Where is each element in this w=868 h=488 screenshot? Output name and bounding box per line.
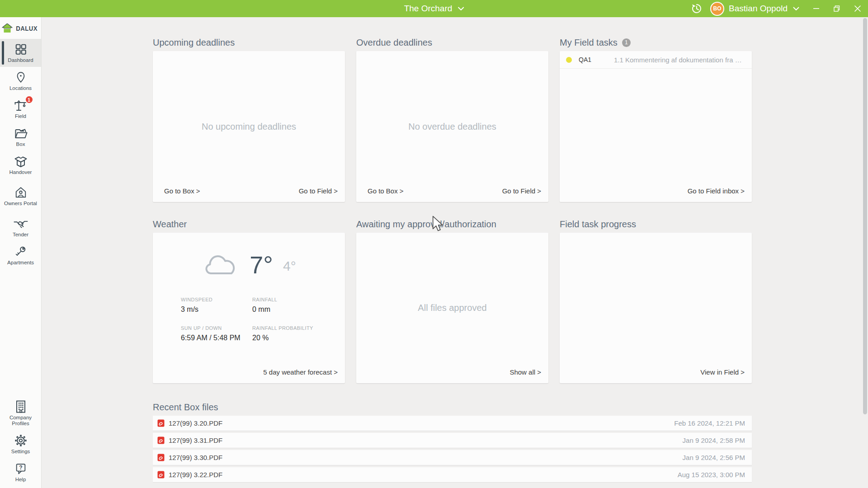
card-title-progress: Field task progress xyxy=(560,219,752,229)
sidebar-item-help[interactable]: ? Help xyxy=(0,458,41,486)
close-button[interactable] xyxy=(847,0,868,17)
weather-detail: SUN UP / DOWN 6:59 AM / 5:48 PM xyxy=(181,325,252,342)
key-icon xyxy=(14,245,27,258)
overdue-deadlines-card: No overdue deadlines Go to Box > Go to F… xyxy=(356,51,548,202)
task-tag: QA1 xyxy=(579,56,614,63)
weather-detail-label: RAINFALL xyxy=(252,297,345,302)
sidebar-item-label: Box xyxy=(16,141,25,147)
dalux-app-window: The Orchard BO Bastian Oppold xyxy=(0,0,868,488)
field-badge: 1 xyxy=(25,95,33,104)
file-date: Jan 9 2024, 2:58 PM xyxy=(683,436,745,444)
minimize-icon xyxy=(813,8,819,9)
card-title-approval: Awaiting my approval/authorization xyxy=(356,219,548,229)
package-icon xyxy=(14,155,28,168)
weather-detail-value: 20 % xyxy=(252,334,345,342)
sidebar-item-label: Field xyxy=(15,113,26,119)
selected-indicator xyxy=(2,41,4,65)
sidebar-item-label: Apartments xyxy=(7,260,34,266)
weather-card: 7° 4° WINDSPEED 3 m/s RAINFALL 0 mm xyxy=(153,233,345,383)
show-all-link[interactable]: Show all > xyxy=(509,368,541,376)
file-row[interactable]: 127(99) 3.31.PDF Jan 9 2024, 2:58 PM xyxy=(153,433,752,448)
pdf-icon xyxy=(157,436,165,444)
project-selector[interactable]: The Orchard xyxy=(404,0,464,17)
go-to-field-inbox-link[interactable]: Go to Field inbox > xyxy=(688,187,745,195)
minimize-button[interactable] xyxy=(806,0,826,17)
file-row[interactable]: 127(99) 3.20.PDF Feb 16 2024, 12:21 PM xyxy=(153,416,752,431)
file-row[interactable]: 127(99) 3.22.PDF Aug 15 2023, 3:00 PM xyxy=(153,467,752,482)
view-in-field-link[interactable]: View in Field > xyxy=(700,368,745,376)
upcoming-deadlines-card: No upcoming deadlines Go to Box > Go to … xyxy=(153,51,345,202)
approval-card: All files approved Show all > xyxy=(356,233,548,383)
folder-icon xyxy=(14,127,28,140)
card-title-field-tasks: My Field tasks 1 xyxy=(560,38,752,47)
field-tasks-title-text: My Field tasks xyxy=(560,38,618,47)
field-tasks-count-badge: 1 xyxy=(622,38,631,47)
sidebar-item-label: Settings xyxy=(11,449,30,455)
field-task-progress-card: View in Field > xyxy=(560,233,752,383)
close-icon xyxy=(854,5,861,12)
pdf-icon xyxy=(157,471,165,479)
weather-detail-value: 3 m/s xyxy=(181,305,252,314)
file-row[interactable]: 127(99) 3.30.PDF Jan 9 2024, 2:56 PM xyxy=(153,450,752,465)
field-task-row[interactable]: QA1 1.1 Kommentering af dokumentation fr… xyxy=(560,51,752,69)
sidebar-item-label: Help xyxy=(15,477,26,483)
sidebar-item-label: Handover xyxy=(9,169,32,175)
temperature-current: 7° xyxy=(250,251,273,279)
sidebar-item-owners-portal[interactable]: Owners Portal xyxy=(0,179,41,213)
sidebar-item-tender[interactable]: Tender xyxy=(0,213,41,241)
vertical-scrollbar-thumb[interactable] xyxy=(863,18,867,414)
restore-button[interactable] xyxy=(826,0,847,17)
weather-detail-value: 0 mm xyxy=(252,305,345,314)
sidebar-item-label: Locations xyxy=(9,85,32,91)
chevron-down-icon xyxy=(458,7,464,11)
sidebar-item-company-profiles[interactable]: Company Profiles xyxy=(0,396,41,430)
go-to-field-link[interactable]: Go to Field > xyxy=(299,187,338,195)
sidebar-item-apartments[interactable]: Apartments xyxy=(0,241,41,269)
history-button[interactable] xyxy=(687,0,707,17)
go-to-field-link[interactable]: Go to Field > xyxy=(502,187,541,195)
sidebar-item-box[interactable]: Box xyxy=(0,123,41,151)
weather-detail-label: WINDSPEED xyxy=(181,297,252,302)
dalux-house-icon xyxy=(2,23,13,33)
building-icon xyxy=(15,400,27,413)
logo-text: DALUX xyxy=(16,24,38,32)
avatar[interactable]: BO xyxy=(710,2,724,16)
my-field-tasks-card: QA1 1.1 Kommentering af dokumentation fr… xyxy=(560,51,752,202)
weather-forecast-link[interactable]: 5 day weather forecast > xyxy=(263,368,338,376)
file-name: 127(99) 3.31.PDF xyxy=(169,436,222,444)
house-person-icon xyxy=(14,186,27,199)
sidebar-item-label: Owners Portal xyxy=(4,201,37,206)
weather-detail-label: RAINFALL PROBABILITY xyxy=(252,325,345,331)
empty-state-text: No upcoming deadlines xyxy=(153,51,345,202)
sidebar-item-handover[interactable]: Handover xyxy=(0,151,41,179)
sidebar-item-label: Dashboard xyxy=(8,57,33,63)
sidebar-item-label: Tender xyxy=(13,232,28,238)
user-menu[interactable]: Bastian Oppold xyxy=(729,4,799,14)
file-date: Feb 16 2024, 12:21 PM xyxy=(674,419,745,427)
sidebar-item-locations[interactable]: Locations xyxy=(0,67,41,95)
sidebar-item-settings[interactable]: Settings xyxy=(0,430,41,458)
file-date: Jan 9 2024, 2:56 PM xyxy=(683,454,745,461)
help-icon: ? xyxy=(14,462,27,475)
sidebar: DALUX Dashboard Locations xyxy=(0,17,42,488)
sidebar-item-dashboard[interactable]: Dashboard xyxy=(0,39,41,67)
chevron-down-icon xyxy=(793,7,799,11)
weather-detail-label: SUN UP / DOWN xyxy=(181,325,252,331)
go-to-box-link[interactable]: Go to Box > xyxy=(368,187,404,195)
file-name: 127(99) 3.20.PDF xyxy=(169,419,222,427)
dalux-logo: DALUX xyxy=(0,17,41,39)
file-name: 127(99) 3.30.PDF xyxy=(169,454,222,461)
user-name: Bastian Oppold xyxy=(729,4,788,14)
titlebar: The Orchard BO Bastian Oppold xyxy=(0,0,868,17)
handshake-icon xyxy=(14,218,28,230)
pdf-icon xyxy=(157,419,165,427)
empty-state-text: No overdue deadlines xyxy=(356,51,548,202)
pdf-icon xyxy=(157,454,165,461)
card-title-overdue: Overdue deadlines xyxy=(356,38,548,47)
task-status-dot xyxy=(566,57,572,63)
sidebar-item-field[interactable]: 1 Field xyxy=(0,95,41,123)
avatar-initials: BO xyxy=(713,5,722,12)
go-to-box-link[interactable]: Go to Box > xyxy=(164,187,200,195)
temperature-low: 4° xyxy=(283,258,296,274)
dashboard-content: Upcoming deadlines Overdue deadlines My … xyxy=(42,17,868,488)
